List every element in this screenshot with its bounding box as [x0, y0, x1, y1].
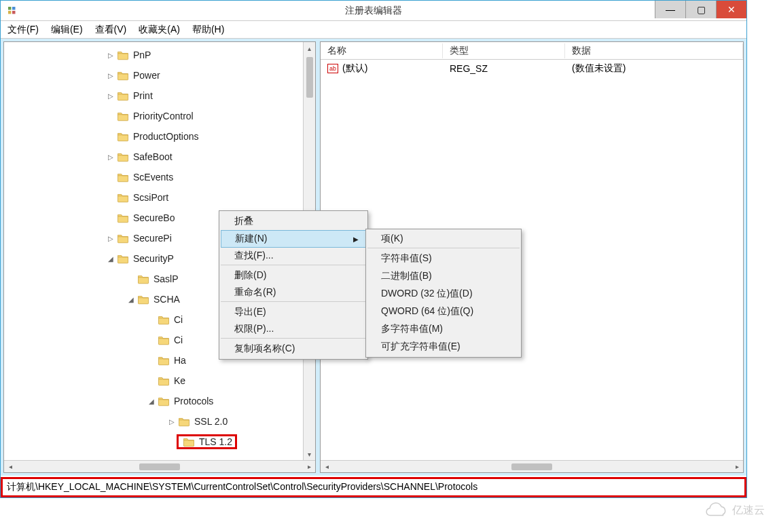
expander-icon [147, 315, 156, 324]
status-bar: 计算机\HKEY_LOCAL_MACHINE\SYSTEM\CurrentCon… [1, 477, 746, 497]
menu-edit[interactable]: 编辑(E) [51, 24, 83, 36]
watermark-text: 亿速云 [732, 504, 765, 518]
value-row[interactable]: ab(默认)REG_SZ(数值未设置) [321, 60, 743, 77]
expander-icon[interactable]: ▷ [106, 233, 115, 243]
expander-icon[interactable]: ◢ [126, 294, 136, 304]
folder-icon [117, 192, 129, 203]
menubar: 文件(F) 编辑(E) 查看(V) 收藏夹(A) 帮助(H) [1, 21, 746, 39]
expander-icon[interactable]: ▷ [167, 417, 177, 426]
close-button[interactable]: ✕ [716, 1, 746, 18]
tree-hscrollbar[interactable]: ◂ ▸ [4, 460, 315, 472]
tree-label: SecurePi [133, 233, 172, 244]
folder-icon [117, 70, 129, 81]
tree-label: Print [133, 90, 153, 101]
context-submenu-item[interactable]: 可扩充字符串值(E) [367, 338, 520, 356]
folder-icon [137, 273, 149, 284]
tree-label: Ha [174, 355, 186, 366]
scroll-up-icon[interactable]: ▴ [304, 42, 316, 54]
context-menu-item[interactable]: 查找(F)... [221, 248, 366, 265]
context-menu-item[interactable]: 重命名(R) [221, 284, 366, 302]
context-menu-item[interactable]: 折叠 [221, 212, 366, 230]
context-menu-item[interactable]: 复制项名称(C) [221, 340, 366, 358]
values-hscrollbar[interactable]: ◂ ▸ [321, 460, 743, 472]
values-list[interactable]: ab(默认)REG_SZ(数值未设置) [321, 60, 743, 77]
context-submenu-item[interactable]: 字符串值(S) [367, 250, 520, 267]
context-submenu[interactable]: 项(K)字符串值(S)二进制值(B)DWORD (32 位)值(D)QWORD … [365, 229, 522, 358]
tree-label: TLS 1.2 [199, 436, 232, 447]
col-name[interactable]: 名称 [321, 43, 443, 58]
folder-icon [183, 436, 195, 447]
expander-icon[interactable]: ▷ [106, 152, 115, 162]
tree-label: ProductOptions [133, 131, 199, 142]
scroll-thumb[interactable] [306, 57, 313, 98]
value-name: ab(默认) [321, 61, 443, 76]
context-submenu-item[interactable]: QWORD (64 位)值(Q) [367, 303, 520, 320]
expander-icon[interactable]: ▷ [106, 50, 115, 60]
tree-node[interactable]: ▷SSL 2.0 [4, 411, 315, 432]
maximize-button[interactable]: ▢ [685, 1, 716, 18]
scroll-right-icon[interactable]: ▸ [731, 461, 743, 473]
folder-icon [158, 396, 170, 406]
context-menu[interactable]: 折叠新建(N)▶项(K)字符串值(S)二进制值(B)DWORD (32 位)值(… [219, 210, 368, 360]
svg-rect-3 [12, 11, 16, 14]
folder-icon [158, 314, 170, 325]
scroll-right-icon[interactable]: ▸ [303, 461, 315, 473]
tree-node[interactable]: ▷SafeBoot [4, 147, 315, 167]
tree-node[interactable]: ▷PnP [4, 45, 315, 65]
tree-label: ScEvents [133, 172, 173, 183]
window-controls: — ▢ ✕ [655, 1, 746, 18]
context-menu-item[interactable]: 删除(D) [221, 267, 366, 284]
context-menu-item[interactable]: 权限(P)... [221, 321, 366, 339]
tree-label: Ci [174, 314, 183, 325]
expander-icon[interactable]: ◢ [106, 254, 115, 263]
folder-icon [117, 253, 129, 264]
scroll-left-icon[interactable]: ◂ [321, 461, 333, 473]
folder-icon [117, 212, 129, 223]
col-type[interactable]: 类型 [443, 43, 565, 58]
menu-file[interactable]: 文件(F) [7, 24, 39, 36]
expander-icon[interactable]: ▷ [106, 91, 115, 100]
expander-icon[interactable]: ▷ [106, 71, 115, 80]
folder-icon [178, 416, 190, 427]
context-menu-item[interactable]: 新建(N)▶项(K)字符串值(S)二进制值(B)DWORD (32 位)值(D)… [221, 230, 366, 248]
scroll-down-icon[interactable]: ▾ [304, 448, 316, 460]
folder-icon [158, 375, 170, 386]
scroll-left-icon[interactable]: ◂ [4, 461, 16, 473]
context-submenu-item[interactable]: 二进制值(B) [367, 267, 520, 285]
tree-node[interactable]: ▷Print [4, 86, 315, 106]
menu-fav[interactable]: 收藏夹(A) [139, 24, 180, 36]
tree-node[interactable]: ProductOptions [4, 126, 315, 147]
menu-view[interactable]: 查看(V) [95, 24, 127, 36]
selected-node[interactable]: TLS 1.2 [177, 434, 237, 449]
expander-icon [106, 172, 115, 182]
tree-node[interactable]: ▷Power [4, 65, 315, 86]
tree-node[interactable]: PriorityControl [4, 106, 315, 126]
scroll-thumb[interactable] [139, 463, 180, 470]
expander-icon[interactable]: ◢ [147, 396, 156, 406]
tree-node[interactable]: WDigest [4, 452, 315, 456]
tree-node[interactable]: Ke [4, 370, 315, 391]
cloud-icon [704, 502, 728, 518]
svg-rect-2 [8, 11, 12, 14]
context-submenu-item[interactable]: 多字符串值(M) [367, 320, 520, 338]
tree-label: SafeBoot [133, 151, 173, 162]
col-data[interactable]: 数据 [565, 43, 743, 58]
tree-node[interactable]: ◢Protocols [4, 391, 315, 411]
tree-label: SSL 2.0 [194, 416, 228, 427]
menu-help[interactable]: 帮助(H) [192, 24, 224, 36]
minimize-button[interactable]: — [655, 1, 685, 18]
watermark: 亿速云 [704, 502, 765, 518]
tree-label: Ci [174, 335, 183, 345]
tree-node[interactable]: ScEvents [4, 167, 315, 187]
context-submenu-item[interactable]: 项(K) [367, 231, 520, 248]
context-submenu-item[interactable]: DWORD (32 位)值(D) [367, 285, 520, 303]
value-type: REG_SZ [443, 62, 565, 75]
titlebar: 注册表编辑器 — ▢ ✕ [1, 1, 746, 21]
context-menu-item[interactable]: 导出(E) [221, 303, 366, 321]
folder-icon [117, 233, 129, 244]
tree-node[interactable]: TLS 1.2 [4, 432, 315, 452]
scroll-thumb[interactable] [511, 463, 552, 470]
tree-node[interactable]: ScsiPort [4, 187, 315, 208]
tree-label: SaslP [153, 273, 179, 284]
expander-icon [106, 213, 115, 223]
